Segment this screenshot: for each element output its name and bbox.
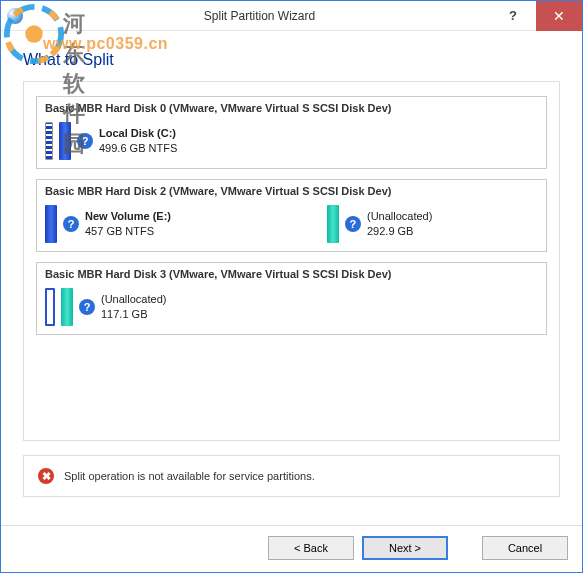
partition-bar-icon — [45, 122, 53, 160]
disk-list: Basic MBR Hard Disk 0 (VMware, VMware Vi… — [23, 81, 560, 441]
disk-body: ? (Unallocated) 117.1 GB — [37, 284, 546, 334]
partition-bar-icon — [61, 288, 73, 326]
partition-item[interactable]: ? (Unallocated) 117.1 GB — [45, 288, 166, 326]
partition-bar-icon — [327, 205, 339, 243]
partition-bar-icon — [59, 122, 71, 160]
partition-label: (Unallocated) 292.9 GB — [367, 209, 432, 239]
partition-size: 117.1 GB — [101, 308, 147, 320]
partition-label: Local Disk (C:) 499.6 GB NTFS — [99, 126, 177, 156]
partition-item[interactable]: ? (Unallocated) 292.9 GB — [327, 205, 432, 243]
partition-label: New Volume (E:) 457 GB NTFS — [85, 209, 171, 239]
page-header: What to Split — [1, 31, 582, 81]
cancel-button[interactable]: Cancel — [482, 536, 568, 560]
partition-status-icon: ? — [77, 133, 93, 149]
partition-name: (Unallocated) — [367, 210, 432, 222]
page-title: What to Split — [23, 51, 560, 69]
disk-label: Basic MBR Hard Disk 2 (VMware, VMware Vi… — [37, 180, 546, 201]
disk-group[interactable]: Basic MBR Hard Disk 3 (VMware, VMware Vi… — [36, 262, 547, 335]
partition-name: New Volume (E:) — [85, 210, 171, 222]
partition-status-icon: ? — [63, 216, 79, 232]
partition-item[interactable]: ? New Volume (E:) 457 GB NTFS — [45, 205, 171, 243]
back-button[interactable]: < Back — [268, 536, 354, 560]
partition-status-icon: ? — [79, 299, 95, 315]
window-title: Split Partition Wizard — [29, 9, 490, 23]
partition-bar-icon — [45, 288, 55, 326]
window-buttons: ? ✕ — [490, 1, 582, 31]
partition-size: 499.6 GB NTFS — [99, 142, 177, 154]
partition-status-icon: ? — [345, 216, 361, 232]
disk-group[interactable]: Basic MBR Hard Disk 2 (VMware, VMware Vi… — [36, 179, 547, 252]
partition-size: 457 GB NTFS — [85, 225, 154, 237]
close-button[interactable]: ✕ — [536, 1, 582, 31]
help-button[interactable]: ? — [490, 1, 536, 31]
disk-body: ? New Volume (E:) 457 GB NTFS ? (Unalloc… — [37, 201, 546, 251]
next-button[interactable]: Next > — [362, 536, 448, 560]
app-icon — [7, 8, 23, 24]
partition-name: (Unallocated) — [101, 293, 166, 305]
status-text: Split operation is not available for ser… — [64, 470, 315, 482]
titlebar: Split Partition Wizard ? ✕ — [1, 1, 582, 31]
footer: < Back Next > Cancel — [1, 525, 582, 572]
error-icon: ✖ — [38, 468, 54, 484]
partition-name: Local Disk (C:) — [99, 127, 176, 139]
partition-label: (Unallocated) 117.1 GB — [101, 292, 166, 322]
partition-bar-icon — [45, 205, 57, 243]
disk-body: ? Local Disk (C:) 499.6 GB NTFS — [37, 118, 546, 168]
disk-group[interactable]: Basic MBR Hard Disk 0 (VMware, VMware Vi… — [36, 96, 547, 169]
partition-item[interactable]: ? Local Disk (C:) 499.6 GB NTFS — [45, 122, 177, 160]
spacer — [456, 536, 474, 560]
disk-label: Basic MBR Hard Disk 0 (VMware, VMware Vi… — [37, 97, 546, 118]
status-bar: ✖ Split operation is not available for s… — [23, 455, 560, 497]
partition-size: 292.9 GB — [367, 225, 413, 237]
disk-label: Basic MBR Hard Disk 3 (VMware, VMware Vi… — [37, 263, 546, 284]
